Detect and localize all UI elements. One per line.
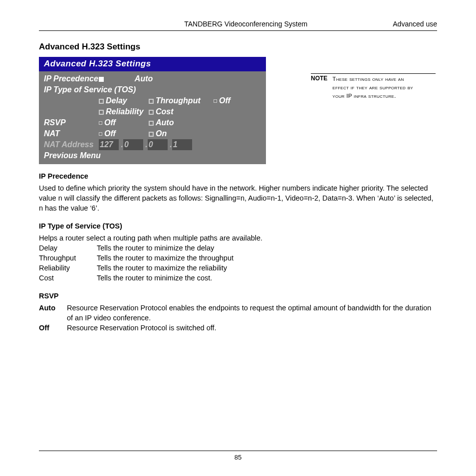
row-ip-tos: IP Type of Service (TOS)	[44, 84, 261, 95]
nat-octet-4[interactable]: 1	[172, 139, 192, 150]
nat-address-label: NAT Address	[44, 139, 99, 150]
opt-throughput[interactable]: Throughput	[149, 95, 214, 106]
checkbox-icon	[99, 110, 104, 115]
note-text: These settings only have an effect if th…	[332, 75, 413, 100]
panel-title: Advanced H.323 Settings	[39, 57, 266, 71]
list-item: ThroughputTells the router to maximize t…	[39, 253, 437, 263]
opt-rsvp-auto[interactable]: Auto	[149, 117, 199, 128]
list-item: CostTells the router to minimize the cos…	[39, 273, 437, 283]
checkbox-icon	[149, 132, 154, 137]
row-nat: NAT Off On	[44, 128, 261, 139]
row-tos-opts-1: Delay Throughput Off	[44, 95, 261, 106]
checkbox-icon	[149, 121, 154, 126]
checkbox-icon[interactable]	[99, 77, 104, 82]
nat-label: NAT	[44, 128, 99, 139]
checkbox-icon	[99, 132, 102, 136]
nat-octet-3[interactable]: 0	[148, 139, 168, 150]
row-ip-precedence[interactable]: IP Precedence Auto	[44, 73, 261, 84]
settings-panel: Advanced H.323 Settings IP Precedence Au…	[39, 57, 266, 164]
ip-tos-label: IP Type of Service (TOS)	[44, 84, 136, 95]
row-rsvp: RSVP Off Auto	[44, 117, 261, 128]
checkbox-icon	[99, 99, 104, 104]
ip-precedence-auto: Auto	[135, 74, 153, 83]
checkbox-icon	[99, 121, 102, 125]
para-ip-precedence: Used to define which priority the system…	[39, 183, 437, 213]
opt-nat-off[interactable]: Off	[99, 128, 149, 139]
footer-rule	[39, 451, 437, 451]
row-tos-opts-2: Reliability Cost	[44, 106, 261, 117]
row-previous-menu[interactable]: Previous Menu	[44, 150, 261, 161]
previous-menu-label: Previous Menu	[44, 150, 101, 161]
rsvp-list: AutoResource Reservation Protocol enable…	[39, 303, 437, 333]
nat-octet-2[interactable]: 0	[123, 139, 143, 150]
tos-list: DelayTells the router to minimize the de…	[39, 243, 437, 283]
opt-off[interactable]: Off	[214, 95, 248, 106]
opt-nat-on[interactable]: On	[149, 128, 199, 139]
checkbox-icon	[149, 110, 154, 115]
page-number: 85	[0, 454, 476, 461]
list-item: AutoResource Reservation Protocol enable…	[39, 303, 437, 323]
heading-ip-tos: IP Type of Service (TOS)	[39, 222, 437, 230]
header-rule	[39, 30, 437, 31]
list-item: OffResource Reservation Protocol is swit…	[39, 323, 437, 333]
opt-cost[interactable]: Cost	[149, 106, 199, 117]
para-ip-tos-intro: Helps a router select a routing path whe…	[39, 233, 437, 243]
heading-ip-precedence: IP Precedence	[39, 172, 437, 180]
opt-delay[interactable]: Delay	[99, 95, 149, 106]
row-nat-address: NAT Address 127 .0 .0 .1	[44, 139, 261, 150]
checkbox-icon	[214, 99, 217, 103]
opt-rsvp-off[interactable]: Off	[99, 117, 149, 128]
page-title: Advanced H.323 Settings	[39, 42, 437, 52]
note-box: NOTE These settings only have an effect …	[311, 73, 436, 100]
checkbox-icon	[149, 99, 154, 104]
header-product: TANDBERG Videoconferencing System	[39, 20, 393, 28]
rsvp-label: RSVP	[44, 117, 99, 128]
opt-reliability[interactable]: Reliability	[99, 106, 149, 117]
list-item: DelayTells the router to minimize the de…	[39, 243, 437, 253]
header-section: Advanced use	[393, 20, 437, 28]
nat-octet-1[interactable]: 127	[99, 139, 119, 150]
note-label: NOTE	[311, 75, 332, 100]
ip-precedence-label: IP Precedence	[44, 73, 99, 84]
heading-rsvp: RSVP	[39, 292, 437, 300]
list-item: ReliabilityTells the router to maximize …	[39, 263, 437, 273]
